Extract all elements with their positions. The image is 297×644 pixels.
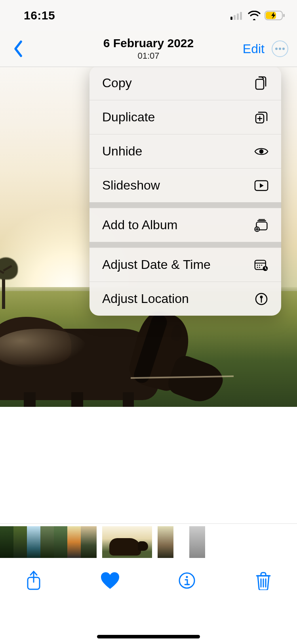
thumbnail[interactable] (27, 526, 40, 558)
thumbnail[interactable] (81, 526, 97, 558)
home-indicator[interactable] (97, 635, 200, 638)
svg-rect-5 (283, 14, 285, 17)
menu-label: Unhide (102, 144, 254, 159)
svg-point-24 (259, 264, 260, 266)
copy-icon (254, 76, 268, 90)
content-gap (0, 407, 297, 523)
svg-marker-16 (260, 183, 263, 188)
cellular-icon (230, 11, 244, 20)
svg-point-27 (259, 266, 260, 268)
svg-rect-10 (256, 79, 264, 89)
menu-label: Add to Album (102, 218, 254, 232)
svg-rect-3 (240, 12, 242, 20)
info-button[interactable] (173, 567, 201, 594)
svg-point-35 (186, 576, 188, 578)
svg-point-25 (261, 264, 262, 266)
menu-label: Adjust Date & Time (102, 257, 254, 272)
svg-rect-2 (237, 13, 239, 20)
thumbnail[interactable] (40, 526, 54, 558)
thumbnail[interactable] (173, 526, 189, 558)
thumbnail[interactable] (158, 526, 173, 558)
thumbnail-selected[interactable] (102, 526, 152, 558)
nav-title: 6 February 2022 (103, 36, 194, 50)
menu-item-unhide[interactable]: Unhide (89, 134, 281, 168)
delete-button[interactable] (249, 567, 277, 594)
nav-subtitle: 01:07 (103, 51, 194, 61)
eye-icon (254, 144, 268, 159)
nav-bar: 6 February 2022 01:07 Edit (0, 31, 297, 67)
location-pin-icon (254, 292, 268, 306)
menu-label: Adjust Location (102, 291, 254, 306)
thumbnail[interactable] (13, 526, 27, 558)
photo-viewer[interactable]: Copy Duplicate Unhide (0, 67, 297, 407)
status-time: 16:15 (24, 9, 55, 22)
menu-item-adjust-location[interactable]: Adjust Location (89, 282, 281, 316)
menu-item-adjust-date[interactable]: Adjust Date & Time (89, 247, 281, 282)
svg-point-8 (279, 48, 281, 50)
thumbnail[interactable] (54, 526, 67, 558)
thumbnail-scrubber[interactable] (0, 523, 297, 560)
menu-separator (89, 202, 281, 208)
duplicate-icon (254, 110, 268, 125)
thumbnail[interactable] (0, 526, 13, 558)
share-button[interactable] (20, 567, 48, 594)
calendar-clock-icon (254, 258, 268, 272)
more-button[interactable] (272, 40, 288, 57)
svg-rect-1 (234, 15, 236, 20)
status-bar: 16:15 (0, 0, 297, 31)
bottom-toolbar (0, 560, 297, 614)
slideshow-icon (254, 178, 268, 193)
menu-item-duplicate[interactable]: Duplicate (89, 100, 281, 134)
menu-item-add-to-album[interactable]: Add to Album (89, 208, 281, 242)
status-icons (230, 10, 285, 21)
menu-label: Copy (102, 76, 254, 90)
menu-item-copy[interactable]: Copy (89, 67, 281, 100)
context-menu: Copy Duplicate Unhide (89, 67, 281, 316)
svg-point-7 (275, 48, 278, 50)
nav-title-wrapper: 6 February 2022 01:07 (103, 36, 194, 61)
svg-point-14 (259, 149, 264, 153)
thumbnail[interactable] (189, 526, 205, 558)
favorite-button[interactable] (96, 567, 124, 594)
menu-label: Duplicate (102, 110, 254, 125)
album-add-icon (254, 218, 268, 232)
menu-item-slideshow[interactable]: Slideshow (89, 168, 281, 202)
edit-button[interactable]: Edit (243, 42, 265, 56)
thumbnail[interactable] (67, 526, 81, 558)
battery-charging-icon (265, 10, 285, 21)
wifi-icon (248, 11, 261, 20)
svg-rect-0 (230, 17, 232, 20)
svg-point-9 (282, 48, 285, 50)
menu-label: Slideshow (102, 178, 254, 193)
back-button[interactable] (9, 37, 28, 60)
svg-point-26 (257, 266, 258, 268)
menu-separator (89, 242, 281, 247)
svg-point-23 (257, 264, 258, 266)
